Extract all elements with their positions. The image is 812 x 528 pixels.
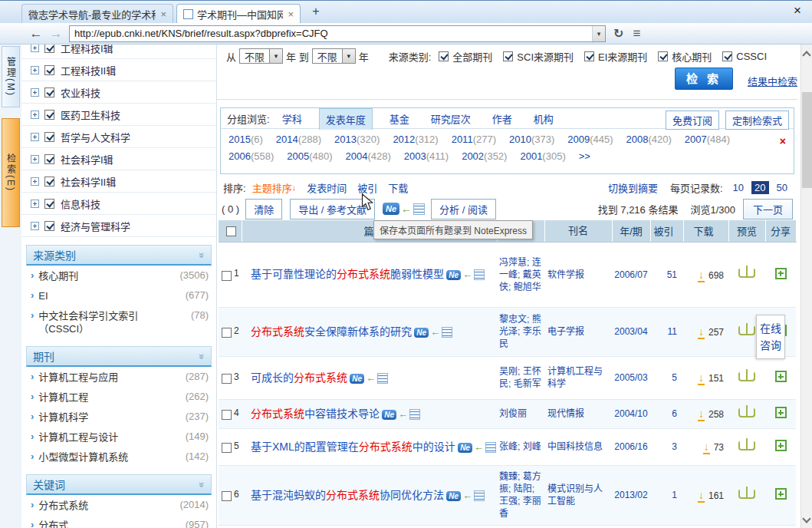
analyze-button[interactable]: 分析 / 阅读 xyxy=(431,199,496,219)
facet-item[interactable]: EI(677) xyxy=(26,285,212,305)
share-add-icon[interactable] xyxy=(775,407,787,418)
authors[interactable]: 刘俊丽 xyxy=(497,399,544,428)
search-button[interactable]: 检 索 xyxy=(675,68,733,90)
year-to-select[interactable]: 不限 xyxy=(312,48,356,64)
year-facet[interactable]: 2015(6) xyxy=(228,134,263,145)
category-checkbox[interactable] xyxy=(44,87,54,97)
record-list-icon[interactable] xyxy=(442,327,452,338)
share-add-icon[interactable] xyxy=(775,440,787,451)
year-facet[interactable]: 2005(480) xyxy=(287,150,332,162)
forward-icon[interactable] xyxy=(46,26,66,41)
authors[interactable]: 吴刚; 王怀民; 毛新军 xyxy=(497,356,544,399)
save-arrow-icon[interactable] xyxy=(430,326,440,338)
row-checkbox[interactable] xyxy=(222,374,232,384)
article-title-link[interactable]: 分布式系统中容错技术导论 xyxy=(251,408,380,420)
journal-link[interactable]: 电子学报 xyxy=(544,307,612,356)
row-checkbox[interactable] xyxy=(222,271,232,281)
share-add-icon[interactable] xyxy=(775,371,787,382)
year-facet[interactable]: 2014(288) xyxy=(276,134,321,145)
cited-count-link[interactable]: 11 xyxy=(650,307,683,356)
expand-icon[interactable] xyxy=(31,45,39,52)
article-title-link[interactable]: 可成长的分布式系统 xyxy=(251,371,347,384)
collapse-chevron-icon[interactable] xyxy=(196,481,208,487)
article-title-link[interactable]: 基于可靠性理论的分布式系统脆弱性模型 xyxy=(251,268,444,280)
category-item[interactable]: 工程科技II辑 xyxy=(21,59,216,81)
year-facet[interactable]: 2006(558) xyxy=(228,150,274,162)
facet-item[interactable]: 计算机工程与应用(287) xyxy=(26,367,212,387)
sort-date-link[interactable]: 发表时间 xyxy=(307,180,347,195)
facet-item[interactable]: 计算机科学(237) xyxy=(26,407,212,427)
url-text[interactable]: http://epub.cnki.net/KNS/brief/result.as… xyxy=(70,28,592,39)
select-arrow-icon[interactable] xyxy=(269,49,282,63)
facet-item[interactable]: 计算机工程与设计(149) xyxy=(26,427,212,447)
group-tab-year[interactable]: 发表年度 xyxy=(319,108,373,130)
journal-link[interactable]: 计算机应用 xyxy=(544,525,612,528)
expand-icon[interactable] xyxy=(31,133,39,141)
record-list-icon[interactable] xyxy=(485,442,496,453)
facet-item[interactable]: 计算机工程(262) xyxy=(26,387,212,407)
switch-to-abstract-link[interactable]: 切换到摘要 xyxy=(608,180,658,195)
article-title-link[interactable]: 基于混沌蚂蚁的分布式系统协同优化方法 xyxy=(251,489,444,501)
preview-icon[interactable] xyxy=(738,372,755,381)
journal-link[interactable]: 现代情报 xyxy=(544,399,612,428)
journal-link[interactable]: 中国科技信息 xyxy=(544,428,612,465)
category-item[interactable]: 信息科技 xyxy=(21,193,216,215)
collapse-chevron-icon[interactable] xyxy=(196,353,208,358)
category-item[interactable]: 哲学与人文科学 xyxy=(21,126,216,148)
section-header[interactable]: 来源类别 xyxy=(26,245,212,266)
row-checkbox[interactable] xyxy=(222,443,232,453)
vertical-tab-manage[interactable]: 管理(M) xyxy=(2,46,20,107)
category-checkbox[interactable] xyxy=(44,110,54,120)
sort-cited-link[interactable]: 被引 xyxy=(357,180,377,195)
noteexpress-icon[interactable]: Ne xyxy=(382,410,396,420)
noteexpress-icon[interactable]: Ne xyxy=(446,491,461,501)
sort-topic-link[interactable]: 主题排序 xyxy=(252,180,292,195)
expand-icon[interactable] xyxy=(31,222,39,230)
vertical-tab-search[interactable]: 检索(E) xyxy=(2,118,20,227)
facet-item[interactable]: 分布式系统(2014) xyxy=(26,495,212,515)
more-years-link[interactable]: >> xyxy=(579,150,590,162)
clear-button[interactable]: 清除 xyxy=(245,199,282,219)
cited-count-link[interactable]: 3 xyxy=(650,428,683,465)
source-checkbox[interactable] xyxy=(584,51,594,61)
select-arrow-icon[interactable] xyxy=(342,49,355,63)
source-checkbox[interactable] xyxy=(658,51,668,61)
download-icon[interactable] xyxy=(698,325,705,339)
close-facet-icon[interactable]: × xyxy=(780,135,786,147)
record-list-icon[interactable] xyxy=(413,203,425,215)
authors[interactable]: 黎忠文; 熊光泽; 李乐民 xyxy=(497,307,544,356)
select-all-checkbox[interactable] xyxy=(226,226,236,236)
source-option[interactable]: 核心期刊 xyxy=(658,49,712,64)
source-checkbox[interactable] xyxy=(722,51,732,61)
noteexpress-icon[interactable]: Ne xyxy=(383,203,399,215)
custom-search-button[interactable]: 定制检索式 xyxy=(725,111,789,130)
year-facet[interactable]: 2009(445) xyxy=(567,134,613,145)
collapse-chevron-icon[interactable] xyxy=(196,252,208,257)
year-facet[interactable]: 2007(484) xyxy=(685,134,730,145)
row-checkbox[interactable] xyxy=(222,410,232,420)
authors[interactable]: 魏臻; 葛方振; 陆阳; 王强; 李丽香 xyxy=(497,465,544,525)
year-facet[interactable]: 2012(312) xyxy=(393,134,438,145)
refresh-icon[interactable] xyxy=(613,26,623,41)
cited-count-link[interactable]: 5 xyxy=(650,356,683,399)
facet-item[interactable]: 核心期刊(3506) xyxy=(26,266,212,285)
share-add-icon[interactable] xyxy=(775,268,787,279)
preview-icon[interactable] xyxy=(738,441,755,450)
facet-item[interactable]: 中文社会科学引文索引（CSSCI）(78) xyxy=(26,305,212,338)
page-size-20[interactable]: 20 xyxy=(751,181,768,194)
address-bar[interactable]: http://epub.cnki.net/KNS/brief/result.as… xyxy=(69,25,606,42)
group-tab-institution[interactable]: 机构 xyxy=(529,109,558,128)
source-checkbox[interactable] xyxy=(439,51,449,61)
category-checkbox[interactable] xyxy=(44,65,54,75)
record-list-icon[interactable] xyxy=(377,373,388,384)
save-arrow-icon[interactable] xyxy=(398,408,408,420)
year-facet[interactable]: 2008(420) xyxy=(626,134,672,145)
expand-icon[interactable] xyxy=(31,177,39,186)
record-list-icon[interactable] xyxy=(474,269,485,280)
section-header[interactable]: 关键词 xyxy=(26,474,212,495)
tab-close-icon[interactable] xyxy=(160,8,166,20)
cited-count-link[interactable]: 15 xyxy=(650,525,683,528)
row-checkbox[interactable] xyxy=(222,491,232,501)
record-list-icon[interactable] xyxy=(474,490,485,501)
search-in-results-link[interactable]: 结果中检索 xyxy=(748,74,797,88)
